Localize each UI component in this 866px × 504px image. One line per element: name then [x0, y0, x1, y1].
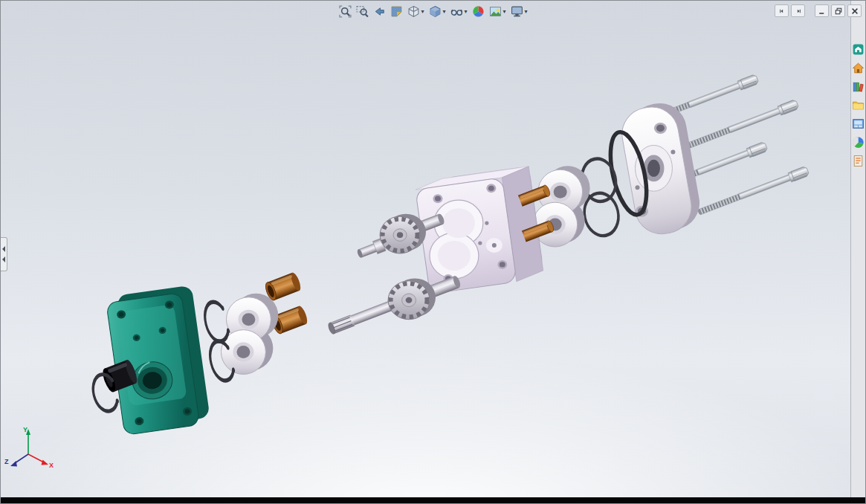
zoom-area-icon — [355, 5, 368, 18]
dock-pane-right-button[interactable] — [791, 4, 805, 17]
part-mounting-flange[interactable] — [618, 99, 704, 238]
window-controls — [772, 4, 862, 17]
part-drive-gear-shaft[interactable] — [327, 275, 462, 335]
edit-appearance-button[interactable] — [470, 4, 487, 19]
solidworks-window: Y X Z ▾▾▾▾▾ — [0, 0, 866, 504]
part-bearing-block-rear[interactable] — [221, 294, 278, 375]
part-bushing[interactable] — [264, 271, 303, 302]
dropdown-arrow-icon[interactable]: ▾ — [442, 9, 445, 15]
dropdown-arrow-icon[interactable]: ▾ — [503, 9, 506, 15]
design-library-button[interactable] — [852, 80, 865, 93]
x-axis-label: X — [49, 462, 54, 469]
view-palette-button[interactable] — [852, 117, 865, 130]
display-style-button[interactable]: ▾ — [426, 4, 447, 19]
collapse-arrows-icon — [1, 239, 7, 269]
glasses-icon — [450, 5, 462, 18]
x-axis-arrow — [42, 460, 49, 465]
z-axis-label: Z — [4, 458, 9, 465]
restore-button[interactable] — [831, 4, 845, 17]
monitor-icon — [511, 5, 523, 18]
view-orientation-button[interactable]: ▾ — [404, 4, 426, 19]
zoom-to-area-button[interactable] — [353, 4, 370, 19]
view-cube-icon — [407, 5, 419, 18]
home-button[interactable] — [852, 62, 865, 74]
section-view-icon — [390, 5, 402, 18]
exploded-assembly — [1, 1, 850, 497]
pane-right-icon — [794, 7, 803, 16]
previous-view-button[interactable] — [370, 4, 387, 19]
dropdown-arrow-icon[interactable]: ▾ — [464, 9, 467, 15]
minimize-icon — [818, 7, 827, 16]
appearances-scenes-button[interactable] — [852, 136, 865, 149]
orientation-triad: Y X Z — [4, 424, 57, 478]
folder-icon — [852, 99, 865, 112]
dropdown-arrow-icon[interactable]: ▾ — [525, 9, 528, 15]
restore-icon — [834, 7, 843, 16]
viewport[interactable]: Y X Z — [1, 1, 850, 497]
z-axis-arrow — [10, 461, 17, 467]
collapsed-panel-tab[interactable] — [1, 237, 7, 271]
heads-up-view-toolbar: ▾▾▾▾▾ — [336, 4, 529, 19]
section-view-button[interactable] — [387, 4, 404, 19]
apply-scene-button[interactable]: ▾ — [487, 4, 508, 19]
scene-icon — [489, 5, 502, 18]
dock-pane-left-button[interactable] — [775, 4, 789, 17]
part-hex-bolt[interactable] — [697, 166, 810, 217]
library-icon — [852, 80, 865, 93]
view-settings-button[interactable]: ▾ — [508, 4, 530, 19]
palette-icon — [852, 117, 865, 130]
hide-show-items-button[interactable]: ▾ — [447, 4, 469, 19]
color-ball-icon — [472, 5, 485, 18]
part-rear-cover[interactable] — [106, 285, 210, 436]
house-icon — [852, 62, 865, 74]
properties-icon — [852, 155, 865, 167]
zoom-fit-icon — [338, 5, 351, 18]
custom-properties-button[interactable] — [852, 155, 865, 167]
status-bar — [1, 497, 865, 503]
zoom-to-fit-button[interactable] — [336, 4, 353, 19]
close-icon — [850, 7, 859, 16]
task-pane — [850, 1, 865, 497]
close-button[interactable] — [847, 4, 862, 17]
solidworks-resources-button[interactable] — [852, 43, 865, 56]
dropdown-arrow-icon[interactable]: ▾ — [421, 9, 424, 15]
ball-icon — [852, 136, 865, 149]
file-explorer-button[interactable] — [852, 99, 865, 112]
minimize-button[interactable] — [815, 4, 829, 17]
y-axis-label: Y — [23, 426, 28, 433]
previous-view-icon — [372, 5, 385, 18]
pane-left-icon — [778, 7, 786, 16]
sw-resources-icon — [852, 43, 865, 56]
part-pump-housing[interactable] — [416, 167, 555, 294]
display-style-icon — [428, 5, 441, 18]
part-hex-bolt[interactable] — [686, 99, 799, 150]
